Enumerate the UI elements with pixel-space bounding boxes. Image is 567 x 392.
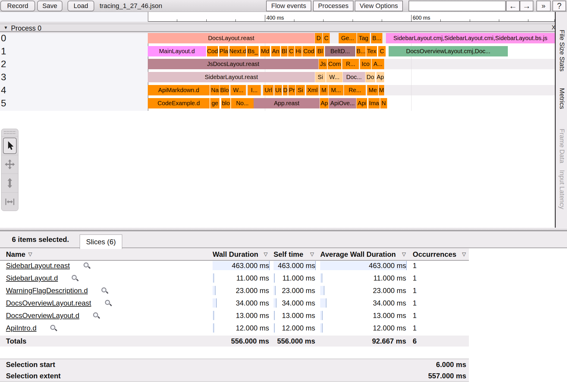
help-button[interactable]: ?	[552, 1, 566, 11]
trace-slice[interactable]: M	[320, 85, 328, 95]
zoom-tool-button[interactable]	[1, 174, 18, 192]
trace-slice[interactable]: Pla	[219, 46, 228, 56]
pan-tool-button[interactable]	[1, 155, 18, 174]
column-header-average-wall-duration[interactable]: Average Wall Duration	[320, 248, 396, 260]
trace-slice[interactable]: Bl	[281, 46, 288, 56]
slice-name-link[interactable]: ApiIntro.d	[6, 324, 37, 332]
trace-slice[interactable]: Tag	[357, 33, 370, 43]
trace-slice[interactable]: Hi	[295, 46, 302, 56]
trace-slice[interactable]: Ut	[274, 85, 282, 95]
trace-slice[interactable]: W...	[230, 85, 246, 95]
trace-slice[interactable]: Si	[315, 72, 326, 82]
slice-name-link[interactable]: WarningFlagDescription.d	[6, 286, 88, 295]
magnifier-icon[interactable]	[50, 325, 57, 331]
sort-arrow-icon[interactable]: ▽	[264, 248, 268, 260]
trace-slice[interactable]: A...	[372, 59, 384, 69]
sort-arrow-icon[interactable]: ▽	[462, 248, 466, 260]
timeline-ruler[interactable]: 400 ms600 ms	[148, 12, 555, 22]
panel-splitter[interactable]	[0, 228, 567, 230]
trace-slice[interactable]: Ap	[320, 98, 329, 108]
trace-slice[interactable]: Na	[210, 85, 219, 95]
trace-slice[interactable]: ge	[210, 98, 219, 108]
trace-slice[interactable]: C	[323, 33, 330, 43]
trace-slice[interactable]: SidebarLayout.reast	[148, 72, 315, 82]
sort-arrow-icon[interactable]: ▽	[28, 248, 32, 260]
trace-slice[interactable]: B...	[356, 46, 366, 56]
sort-arrow-icon[interactable]: ▽	[310, 248, 314, 260]
trace-slice[interactable]: Next.d	[230, 46, 246, 56]
load-button[interactable]: Load	[67, 1, 94, 11]
trace-slice[interactable]: Xml	[306, 85, 319, 95]
trace-slice[interactable]: An	[271, 46, 280, 56]
sidebar-tab-frame-data[interactable]: Frame Data	[558, 129, 566, 163]
trace-slice[interactable]: Js	[319, 59, 327, 69]
trace-slice[interactable]: Md	[260, 46, 270, 56]
find-previous-button[interactable]: ←	[506, 1, 520, 11]
process-header[interactable]: ▼ Process 0 X	[0, 24, 555, 32]
slice-name-link[interactable]: DocsOverviewLayout.reast	[6, 299, 91, 307]
save-button[interactable]: Save	[37, 1, 62, 11]
sort-arrow-icon[interactable]: ▽	[402, 248, 406, 260]
trace-slice[interactable]: M...	[329, 85, 343, 95]
trace-slice[interactable]: App.reast	[254, 98, 320, 108]
column-header-wall-duration[interactable]: Wall Duration	[213, 248, 258, 260]
trace-slice[interactable]: C	[378, 46, 386, 56]
column-header-self-time[interactable]: Self time	[274, 248, 303, 260]
trace-slice[interactable]: I...	[248, 85, 261, 95]
selection-tool-button[interactable]	[1, 136, 18, 155]
magnifier-icon[interactable]	[84, 262, 90, 269]
trace-slice[interactable]: DocsOverviewLayout.cmj,Doc...	[389, 46, 508, 56]
trace-slice[interactable]: B...	[371, 33, 382, 43]
trace-slice[interactable]: Url	[263, 85, 274, 95]
record-button[interactable]: Record	[0, 1, 35, 11]
search-input[interactable]	[409, 1, 506, 11]
more-options-button[interactable]: »	[536, 1, 551, 11]
trace-slice[interactable]: Ico	[360, 59, 371, 69]
magnifier-icon[interactable]	[93, 312, 100, 319]
trace-slice[interactable]: JsDocsLayout.reast	[148, 59, 318, 69]
trace-slice[interactable]: SidebarLayout.cmj,SidebarLayout.cmi,Side…	[386, 33, 555, 43]
slice-name-link[interactable]: SidebarLayout.reast	[6, 262, 70, 270]
trace-slice[interactable]: Do	[365, 72, 375, 82]
trace-slice[interactable]: Cod	[302, 46, 315, 56]
trace-slice[interactable]: D	[283, 85, 288, 95]
trace-slice[interactable]: Bs_	[247, 46, 259, 56]
trace-slice[interactable]: W...	[326, 72, 343, 82]
trace-slice[interactable]: R...	[342, 59, 359, 69]
sidebar-tab-input-latency[interactable]: Input Latency	[558, 170, 566, 209]
trace-slice[interactable]: Ap	[376, 72, 384, 82]
trace-slice[interactable]: CodeExample.d	[148, 98, 210, 108]
trace-slice[interactable]: N	[380, 98, 387, 108]
sidebar-tab-metrics[interactable]: Metrics	[558, 88, 566, 109]
trace-slice[interactable]: C	[288, 46, 294, 56]
trace-slice[interactable]: Ima	[368, 98, 380, 108]
trace-slice[interactable]: Doc...	[343, 72, 365, 82]
trace-slice[interactable]: Pr	[288, 85, 295, 95]
magnifier-icon[interactable]	[72, 275, 78, 281]
slice-name-link[interactable]: SidebarLayout.d	[6, 274, 58, 282]
slice-name-link[interactable]: DocsOverviewLayout.d	[6, 311, 79, 320]
tab-slices[interactable]: Slices (6)	[80, 234, 122, 249]
column-header-occurrences[interactable]: Occurrences	[413, 248, 456, 260]
find-next-button[interactable]: →	[520, 1, 533, 11]
trace-slice[interactable]: DocsLayout.reast	[148, 33, 315, 43]
trace-slice[interactable]: MainLayout.d	[148, 46, 206, 56]
sidebar-tab-file-size-stats[interactable]: File Size Stats	[558, 30, 566, 72]
trace-slice[interactable]: Com	[328, 59, 341, 69]
magnifier-icon[interactable]	[105, 300, 111, 306]
trace-slice[interactable]: Si	[296, 85, 305, 95]
trace-slice[interactable]: BeltD...	[325, 46, 355, 56]
trace-slice[interactable]: Ge...	[339, 33, 356, 43]
collapse-caret-icon[interactable]: ▼	[4, 25, 8, 30]
trace-slice[interactable]: Cod	[207, 46, 218, 56]
trace-slice[interactable]: No...	[231, 98, 254, 108]
magnifier-icon[interactable]	[101, 287, 108, 294]
timing-tool-button[interactable]	[1, 192, 18, 211]
trace-slice[interactable]: Blo	[220, 85, 229, 95]
trace-slice[interactable]: Bl	[316, 46, 324, 56]
trace-slice[interactable]: blo	[221, 98, 230, 108]
view-options-button[interactable]: View Options	[355, 1, 403, 11]
processes-button[interactable]: Processes	[313, 1, 354, 11]
column-header-name[interactable]: Name	[6, 248, 25, 260]
trace-slice[interactable]: Tex	[366, 46, 377, 56]
